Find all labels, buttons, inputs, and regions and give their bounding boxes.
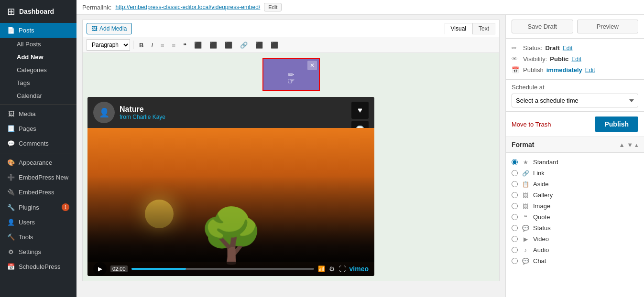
video-like-button[interactable]: ♥ (351, 102, 369, 119)
pages-icon: 📃 (7, 125, 15, 132)
video-header: 👤 Nature from Charlie Kaye ♥ 🕐 ✈ (87, 97, 374, 128)
move-to-trash-link[interactable]: Move to Trash (512, 121, 551, 128)
settings-icon: ⚙ (7, 248, 15, 255)
video-time: 02:00 (110, 265, 128, 272)
add-media-button[interactable]: 🖼 Add Media (87, 23, 132, 34)
publish-edit-link[interactable]: Edit (585, 67, 595, 74)
sidebar-item-tools[interactable]: 🔨 Tools (0, 230, 76, 244)
align-center-button[interactable]: ⬛ (207, 40, 220, 50)
plugins-badge: 1 (62, 203, 69, 211)
status-value: Draft (545, 44, 559, 52)
sidebar-item-comments[interactable]: 💬 Comments (0, 136, 76, 151)
status-edit-link[interactable]: Edit (563, 45, 573, 52)
schedule-section: Schedule at Select a schedule time (506, 80, 644, 112)
format-radio-aside[interactable] (512, 181, 518, 187)
align-right-button[interactable]: ⬛ (222, 40, 235, 50)
sidebar-subitem-categories[interactable]: Categories (0, 64, 76, 76)
video-progress[interactable] (131, 268, 314, 270)
sidebar-item-pages[interactable]: 📃 Pages (0, 121, 76, 136)
format-list: ★ Standard 🔗 Link 📋 Aside 🖼 Gallery (506, 153, 644, 270)
text-tab[interactable]: Text (472, 23, 495, 34)
publish-when: immediately (546, 66, 582, 74)
visibility-edit-link[interactable]: Edit (571, 56, 581, 63)
format-label-quote: Quote (533, 213, 550, 221)
schedule-label: Schedule at (512, 84, 638, 91)
add-media-icon: 🖼 (92, 25, 98, 32)
format-section-controls[interactable]: ▲ ▼ ▴ (619, 141, 638, 148)
format-radio-standard[interactable] (512, 159, 518, 165)
format-label-chat: Chat (533, 257, 546, 265)
format-radio-video[interactable] (512, 236, 518, 242)
format-item-standard: ★ Standard (512, 157, 638, 168)
format-radio-chat[interactable] (512, 258, 518, 264)
expand-icon[interactable]: ▴ (635, 141, 638, 148)
sidebar-subitem-add-new[interactable]: Add New (0, 51, 76, 64)
embed-close-button[interactable]: ✕ (307, 61, 317, 70)
format-radio-audio[interactable] (512, 247, 518, 253)
permalink-label: Permalink: (82, 4, 111, 11)
sidebar-subitem-all-posts[interactable]: All Posts (0, 38, 76, 51)
format-radio-link[interactable] (512, 170, 518, 176)
italic-button[interactable]: I (148, 40, 156, 50)
format-radio-status[interactable] (512, 225, 518, 231)
sidebar-item-users[interactable]: 👤 Users (0, 215, 76, 230)
sidebar-item-label: EmbedPress (19, 189, 54, 196)
ul-button[interactable]: ≡ (158, 40, 167, 50)
users-icon: 👤 (7, 219, 15, 226)
video-fullscreen-icon[interactable]: ⛶ (339, 265, 346, 273)
preview-button[interactable]: Preview (577, 20, 639, 33)
sidebar-item-schedulepress[interactable]: 📅 SchedulePress (0, 259, 76, 274)
sidebar-item-embedpress-new[interactable]: ➕ EmbedPress New (0, 170, 76, 185)
sidebar-item-settings[interactable]: ⚙ Settings (0, 244, 76, 259)
permalink-edit-button[interactable]: Edit (264, 3, 282, 11)
sidebar-item-media[interactable]: 🖼 Media (0, 106, 76, 121)
sidebar-subitem-calendar[interactable]: Calendar (0, 89, 76, 102)
chevron-up-icon[interactable]: ▲ (619, 141, 625, 148)
schedule-select[interactable]: Select a schedule time (512, 94, 638, 107)
video-fmt-icon: ▶ (522, 236, 529, 243)
sidebar-item-appearance[interactable]: 🎨 Appearance (0, 155, 76, 170)
bold-button[interactable]: B (136, 40, 146, 50)
editor-format-bar: Paragraph B I ≡ ≡ ❝ ⬛ ⬛ ⬛ 🔗 ⬛ ⬛ (82, 37, 500, 53)
format-radio-gallery[interactable] (512, 192, 518, 198)
sidebar-logo[interactable]: ⊞ Dashboard (0, 0, 76, 23)
embed-block[interactable]: ✏ ✕ ☞ (262, 58, 320, 91)
format-radio-image[interactable] (512, 203, 518, 209)
sidebar-subitem-tags[interactable]: Tags (0, 76, 76, 89)
publish-button[interactable]: Publish (595, 117, 638, 132)
sidebar-item-embedpress[interactable]: 🔌 EmbedPress (0, 185, 76, 200)
editor-main: 🖼 Add Media Visual Text Paragraph B I ≡ … (76, 15, 505, 297)
sidebar-item-posts[interactable]: 📄 Posts (0, 23, 76, 38)
format-section-title: Format (512, 141, 534, 148)
video-gear-icon[interactable]: ⚙ (329, 265, 335, 273)
indent-button[interactable]: ⬛ (252, 40, 266, 50)
sidebar: ⊞ Dashboard 📄 Posts All Posts Add New Ca… (0, 0, 76, 297)
sidebar-item-label: Posts (19, 27, 34, 34)
aside-icon: 📋 (522, 181, 529, 188)
rp-publish-row: 📅 Publish immediately Edit (512, 64, 638, 75)
quote-button[interactable]: ❝ (180, 40, 189, 50)
plugins-icon: 🔧 (7, 204, 15, 211)
permalink-link[interactable]: http://embedpress-classic-editor.local/v… (115, 4, 260, 11)
format-radio-quote[interactable] (512, 214, 518, 220)
visual-text-tabs: Visual Text (445, 23, 495, 34)
tools-icon: 🔨 (7, 233, 15, 241)
sidebar-item-label: SchedulePress (19, 263, 60, 270)
save-draft-button[interactable]: Save Draft (512, 20, 573, 33)
media-icon: 🖼 (7, 110, 15, 117)
status-fmt-icon: 💬 (522, 225, 529, 232)
video-play-button[interactable]: ▶ (93, 262, 107, 276)
format-label-aside: Aside (533, 180, 549, 188)
visual-tab[interactable]: Visual (445, 23, 472, 34)
format-item-chat: 💬 Chat (512, 255, 638, 266)
link-button[interactable]: 🔗 (237, 40, 251, 50)
wordpress-icon: ⊞ (7, 6, 15, 17)
chevron-down-icon[interactable]: ▼ (627, 141, 633, 148)
sidebar-item-plugins[interactable]: 🔧 Plugins 1 (0, 200, 76, 215)
align-left-button[interactable]: ⬛ (191, 40, 205, 50)
table-button[interactable]: ⬛ (268, 40, 281, 50)
ol-button[interactable]: ≡ (169, 40, 179, 50)
cursor-hand-icon: ☞ (287, 76, 295, 86)
paragraph-select[interactable]: Paragraph (87, 39, 130, 51)
editor-content-area[interactable]: ✏ ✕ ☞ 👤 Nature from Charlie Kaye (82, 53, 500, 281)
